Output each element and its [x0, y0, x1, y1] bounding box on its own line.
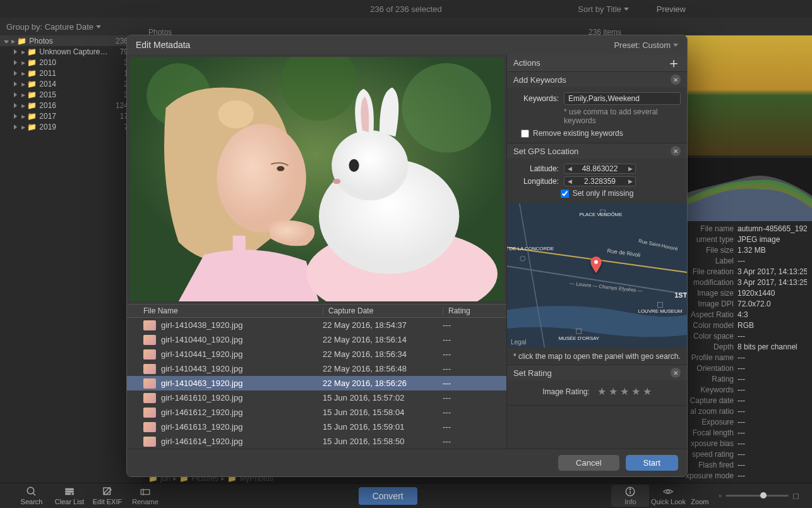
svg-point-0	[27, 487, 34, 494]
tree-row[interactable]: ▸ 📁Photos236 ite	[0, 35, 142, 46]
svg-point-18	[218, 100, 254, 128]
tree-row[interactable]: ▸ 📁201717 ite	[0, 111, 142, 121]
svg-point-16	[402, 63, 491, 152]
svg-rect-3	[66, 491, 73, 492]
tree-row[interactable]: ▸ 📁Unknown Capture…79 ite	[0, 46, 142, 57]
only-if-missing-checkbox[interactable]	[561, 190, 569, 198]
svg-point-26	[277, 166, 284, 171]
latitude-stepper[interactable]: ◀ 48.863022 ▶	[564, 164, 636, 174]
increment-icon[interactable]: ▶	[625, 178, 635, 184]
zoom-label: Zoom	[687, 486, 712, 505]
rating-label: Image Rating:	[542, 387, 590, 396]
edit-metadata-dialog: Edit Metadata Preset: Custom	[126, 35, 688, 477]
svg-rect-8	[141, 490, 150, 495]
file-thumb	[143, 349, 156, 360]
tree-row[interactable]: ▸ 📁20153 ite	[0, 89, 142, 100]
tree-row[interactable]: ▸ 📁2016124 ite	[0, 100, 142, 111]
svg-text:PLACE
VENDÔME: PLACE VENDÔME	[579, 212, 622, 217]
only-if-missing-label: Set only if missing	[573, 189, 634, 198]
tree-row[interactable]: ▸ 📁20111 ite	[0, 68, 142, 78]
table-row[interactable]: girl-1410440_1920.jpg22 May 2016, 18:56:…	[127, 332, 506, 347]
preview-label: Preview	[657, 4, 686, 14]
sort-label[interactable]: Sort by Title	[578, 4, 621, 14]
tree-row[interactable]: ▸ 📁20142 ite	[0, 78, 142, 89]
map-pin-icon	[590, 257, 602, 273]
svg-line-1	[33, 493, 35, 495]
file-thumb	[143, 378, 156, 389]
star-icon[interactable]: ★	[620, 385, 629, 397]
table-row[interactable]: girl-1410463_1920.jpg22 May 2016, 18:56:…	[127, 376, 506, 390]
close-icon[interactable]: ✕	[671, 368, 681, 378]
column-filename[interactable]: File Name	[143, 306, 323, 315]
selection-status: 236 of 236 selected	[370, 4, 441, 14]
rename-button[interactable]: Rename	[126, 486, 164, 505]
keywords-input[interactable]	[564, 92, 681, 105]
clear-list-button[interactable]: Clear List	[51, 486, 88, 505]
hint-text: * use comma to add several keywords	[564, 107, 681, 125]
preset-dropdown[interactable]: Preset: Custom	[614, 40, 678, 50]
star-icon[interactable]: ★	[609, 385, 618, 397]
add-action-button[interactable]: ＋	[667, 54, 681, 73]
close-icon[interactable]: ✕	[671, 75, 681, 85]
table-row[interactable]: girl-1461610_1920.jpg15 Jun 2016, 15:57:…	[127, 390, 506, 405]
cancel-button[interactable]: Cancel	[558, 455, 619, 471]
file-thumb	[143, 393, 156, 403]
table-row[interactable]: girl-1410443_1920.jpg22 May 2016, 18:56:…	[127, 361, 506, 376]
decrement-icon[interactable]: ◀	[564, 178, 575, 184]
search-button[interactable]: Search	[13, 486, 51, 505]
convert-button[interactable]: Convert	[359, 487, 417, 505]
chevron-down-icon	[624, 8, 629, 11]
svg-text:MUSÉE
D'ORSAY: MUSÉE D'ORSAY	[558, 336, 599, 341]
table-row[interactable]: girl-1410441_1920.jpg22 May 2016, 18:56:…	[127, 347, 506, 361]
file-thumb	[143, 335, 156, 345]
table-row[interactable]: girl-1461613_1920.jpg15 Jun 2016, 15:59:…	[127, 420, 506, 434]
file-thumb	[143, 422, 156, 432]
map-legal[interactable]: Legal	[511, 339, 526, 346]
map[interactable]: PLACE VENDÔME PLACE DE LA CONCORDE Rue d…	[507, 203, 687, 348]
column-capture-date[interactable]: Capture Date	[323, 306, 443, 315]
column-rating[interactable]: Rating	[443, 306, 506, 315]
table-row[interactable]: girl-1410438_1920.jpg22 May 2016, 18:54:…	[127, 318, 506, 332]
table-row[interactable]: girl-1461614_1920.jpg15 Jun 2016, 15:58:…	[127, 434, 506, 449]
edit-exif-button[interactable]: Edit EXIF	[88, 486, 126, 505]
zoom-slider[interactable]: ▫ ◻	[719, 491, 799, 500]
remove-keywords-label: Remove existing keywords	[533, 129, 623, 138]
keywords-label: Keywords:	[513, 94, 559, 103]
panel-title: Set Rating	[513, 368, 552, 378]
folder-tree: ▸ 📁Photos236 ite▸ 📁Unknown Capture…79 it…	[0, 35, 142, 483]
svg-text:1ST: 1ST	[674, 291, 687, 299]
group-by-dropdown[interactable]: Group by: Capture Date	[6, 22, 101, 32]
decrement-icon[interactable]: ◀	[564, 166, 575, 172]
add-keywords-panel: Add Keywords ✕ Keywords: * use comma to …	[507, 72, 687, 143]
svg-rect-20	[233, 236, 246, 268]
table-row[interactable]: girl-1461612_1920.jpg15 Jun 2016, 15:58:…	[127, 405, 506, 420]
panel-title: Set GPS Location	[513, 147, 578, 156]
start-button[interactable]: Start	[626, 455, 678, 471]
longitude-label: Longitude:	[513, 177, 559, 186]
svg-point-43	[594, 260, 598, 264]
rating-stars[interactable]: ★ ★ ★ ★ ★	[597, 385, 652, 397]
quick-look-button[interactable]: Quick Look	[649, 486, 687, 505]
remove-keywords-checkbox[interactable]	[521, 130, 529, 138]
svg-rect-4	[66, 493, 71, 495]
star-icon[interactable]: ★	[631, 385, 640, 397]
tree-row[interactable]: ▸ 📁20197 ite	[0, 121, 142, 132]
svg-rect-2	[66, 489, 73, 490]
set-gps-panel: Set GPS Location ✕ Latitude: ◀ 48.863022…	[507, 143, 687, 365]
zoom-out-icon[interactable]: ▫	[719, 491, 722, 500]
star-icon[interactable]: ★	[643, 385, 652, 397]
chevron-down-icon	[673, 44, 678, 47]
star-icon[interactable]: ★	[597, 385, 606, 397]
info-button[interactable]: Info	[611, 485, 649, 507]
set-rating-panel: Set Rating ✕ Image Rating: ★ ★ ★ ★ ★	[507, 365, 687, 406]
dialog-title: Edit Metadata	[136, 40, 190, 50]
file-table: File Name Capture Date Rating girl-14104…	[127, 304, 506, 449]
file-thumb	[143, 437, 156, 447]
longitude-stepper[interactable]: ◀ 2.328359 ▶	[564, 176, 636, 186]
increment-icon[interactable]: ▶	[625, 166, 635, 172]
file-thumb	[143, 408, 156, 418]
zoom-in-icon[interactable]: ◻	[792, 491, 799, 500]
close-icon[interactable]: ✕	[671, 146, 681, 156]
svg-point-12	[630, 489, 631, 490]
tree-row[interactable]: ▸ 📁20103 ite	[0, 57, 142, 68]
